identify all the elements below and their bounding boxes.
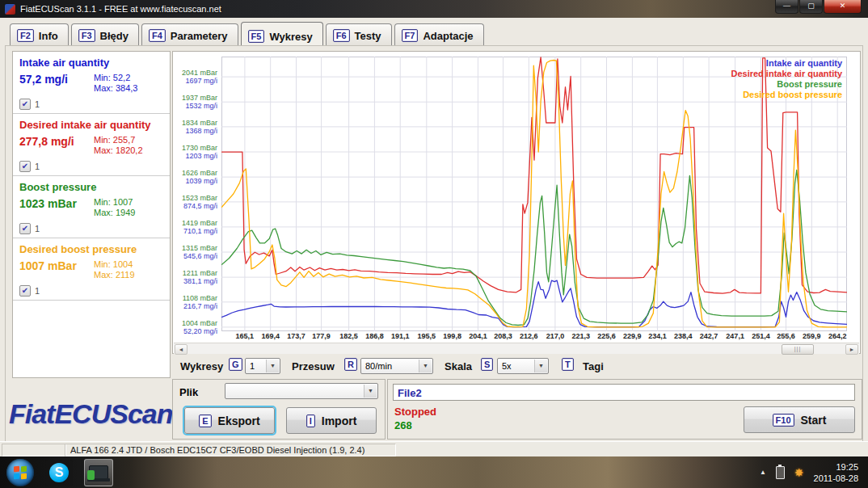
parameter-max: Max: 384,3 [94,83,137,94]
parameter-min: Min: 1004 [94,259,135,270]
taskbar-clock[interactable]: 19:25 2011-08-28 [814,461,858,484]
scroll-left-button[interactable]: ◄ [175,344,188,355]
legend-item: Intake air quantity [731,58,842,69]
plik-label: Plik [179,386,198,398]
tab-parametery[interactable]: F4Parametery [141,23,238,48]
fkey-badge: F2 [17,29,34,42]
file-name-field[interactable]: File2 [393,384,855,401]
chart-controls-bar: Wykresy G 1▼ Przesuw R 80/min▼ Skala S 5… [172,356,861,377]
fkey-badge: F4 [149,29,166,42]
skype-taskbar-icon[interactable]: S [45,460,73,486]
parameter-title: Desired boost pressure [19,243,165,255]
parameter-min: Min: 255,7 [94,135,143,145]
parameter-block: Desired intake air quantity277,8 mg/iMin… [13,114,170,176]
g-key-badge: G [229,358,242,371]
parameter-value: 277,8 mg/i [19,135,94,156]
vehicle-status-text: ALFA 166 2.4 JTD / Bosch EDC15C7 CF3/EOB… [65,444,396,456]
clock-time: 19:25 [814,461,858,473]
parameter-checkbox[interactable]: ✔ [19,161,31,172]
tab-label: Wykresy [269,31,312,43]
start-button[interactable]: F10 Start [744,406,855,433]
close-button[interactable]: ✕ [824,0,862,14]
import-button-label: Import [322,414,357,427]
desktop: FiatECUScan 3.1.1 - FREE at www.fiatecus… [0,0,868,488]
fkey-badge: F7 [402,29,419,42]
eksport-button[interactable]: E Eksport [184,407,275,434]
parameter-block: Desired boost pressure1007 mBarMin: 1004… [13,238,170,301]
taskbar: S ▲ ✸ 19:25 2011-08-28 [0,456,868,488]
chart-x-axis-labels: 165,1169,4173,7177,9182,5186,8191,1195,5… [221,332,860,343]
file-groupbox: Plik ▼ E Eksport I Import [172,379,386,440]
tab-b-dy[interactable]: F3Błędy [71,23,139,48]
wykresy-select[interactable]: 1▼ [245,358,280,374]
green-connector-icon [87,470,95,480]
fiatecuscan-taskbar-icon[interactable] [84,459,113,486]
skala-select[interactable]: 5x▼ [497,358,549,374]
tab-label: Parametery [171,30,228,42]
parameter-checkbox-label: 1 [35,162,40,171]
start-button-label: Start [801,414,827,427]
parameter-min: Min: 52,2 [94,73,137,83]
fkey-badge: F3 [78,29,95,42]
windows-flag-icon [14,465,19,472]
tab-page-wykresy: Intake air quantity57,2 mg/iMin: 52,2Max… [5,45,863,443]
chevron-down-icon: ▼ [266,360,279,372]
y-axis-tick-label: 1834 mBar1368 mg/i [182,119,217,135]
sample-counter-text: 268 [394,419,412,431]
i-key-badge: I [306,414,315,427]
parameter-checkbox-label: 1 [35,224,40,233]
parameter-title: Desired intake air quantity [19,119,165,131]
import-button[interactable]: I Import [286,407,377,434]
parameter-checkbox[interactable]: ✔ [19,223,31,234]
skala-label: Skala [445,360,472,372]
tab-info[interactable]: F2Info [10,23,69,48]
s-key-badge: S [481,358,493,371]
maximize-button[interactable]: ▢ [799,0,823,14]
minimize-button[interactable]: — [775,0,798,14]
network-status-icon[interactable]: ✸ [794,466,804,479]
parameter-checkbox[interactable]: ✔ [19,285,31,297]
status-cell-empty [2,444,66,456]
y-axis-tick-label: 1211 mBar381,1 mg/i [183,269,217,285]
y-axis-tick-label: 1626 mBar1039 mg/i [182,169,217,185]
y-axis-tick-label: 1937 mBar1532 mg/i [182,94,217,110]
parameter-min: Min: 1007 [94,197,135,208]
tray-expand-icon[interactable]: ▲ [760,469,766,476]
y-axis-tick-label: 1523 mBar874,5 mg/i [182,194,217,210]
parameter-title: Intake air quantity [19,57,165,69]
tab-adaptacje[interactable]: F7Adaptacje [394,23,484,48]
scroll-right-button[interactable]: ► [845,344,858,355]
y-axis-tick-label: 1004 mBar52,20 mg/i [182,319,217,335]
parameter-checkbox-label: 1 [35,99,40,109]
chart-y-axis-labels: 2041 mBar1697 mg/i1937 mBar1532 mg/i1834… [173,52,219,336]
battery-icon[interactable] [776,466,785,479]
status-stopped-text: Stopped [394,406,436,418]
y-axis-tick-label: 1419 mBar710,1 mg/i [182,219,217,235]
tab-testy[interactable]: F6Testy [326,23,392,48]
plik-select[interactable]: ▼ [225,383,378,399]
clock-date: 2011-08-28 [814,473,858,484]
legend-item: Desired intake air quantity [731,69,842,79]
parameter-checkbox-label: 1 [35,286,40,296]
series-line-desired-boost-pressure [221,61,847,327]
window-titlebar[interactable]: FiatECUScan 3.1.1 - FREE at www.fiatecus… [0,0,868,18]
f10-key-badge: F10 [773,414,794,427]
y-axis-tick-label: 2041 mBar1697 mg/i [182,69,217,85]
tab-label: Błędy [100,30,129,42]
r-key-badge: R [344,358,357,371]
parameter-value: 57,2 mg/i [19,73,94,94]
wykresy-label: Wykresy [180,360,223,372]
y-axis-tick-label: 1730 mBar1203 mg/i [182,144,217,160]
parameter-title: Boost pressure [19,181,165,193]
y-axis-tick-label: 1108 mBar216,7 mg/i [183,294,217,310]
tab-label: Testy [355,30,381,42]
przesuw-select[interactable]: 80/min▼ [360,358,433,374]
chevron-down-icon: ▼ [534,360,547,372]
chart-scrollbar[interactable]: ◄ ||| ► [174,343,859,354]
chart-plot-area: Intake air quantityDesired intake air qu… [221,57,847,331]
session-groupbox: File2 Stopped 268 F10 Start [387,379,862,440]
series-line-intake-air-quantity [221,280,847,327]
parameter-checkbox[interactable]: ✔ [19,99,31,110]
start-button-orb[interactable] [6,459,34,486]
scroll-thumb[interactable]: ||| [782,344,814,355]
